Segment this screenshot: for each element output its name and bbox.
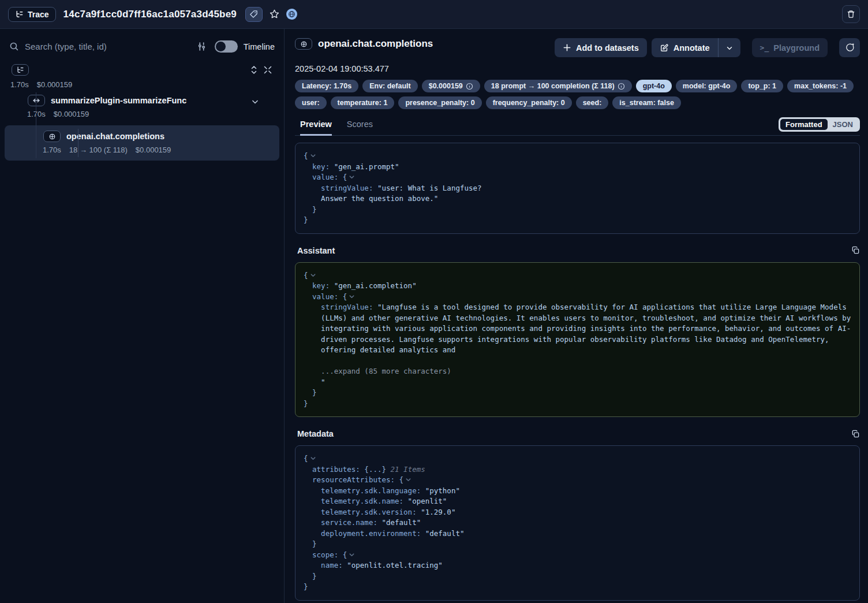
code-line: key: "gen_ai.completion" [304, 281, 851, 292]
metadata-badges-row-1: Latency: 1.70sEnv: default$0.00015918 pr… [295, 80, 860, 92]
format-toggle-formatted[interactable]: Formatted [780, 119, 828, 130]
add-to-datasets-button[interactable]: Add to datasets [555, 38, 647, 57]
playground-button[interactable]: >_ Playground [752, 38, 828, 57]
timeline-toggle[interactable] [215, 40, 238, 53]
meta-badge: seed: [576, 96, 609, 109]
duration-value: 1.70s [27, 110, 46, 118]
public-share-button[interactable] [286, 9, 297, 20]
code-line: ...expand (85 more characters) [304, 366, 851, 377]
badge-label: $0.000159 [429, 81, 463, 91]
metadata-section-label: Metadata [297, 429, 334, 438]
generation-type-icon [43, 131, 61, 142]
code-line: scope: { [304, 550, 851, 561]
badge-label: presence_penalty: 0 [405, 98, 474, 107]
code-token: "openlit" [403, 497, 447, 505]
info-icon[interactable] [466, 83, 473, 90]
trace-root-row[interactable] [8, 64, 276, 76]
code-line: } [304, 539, 851, 550]
code-token: 21 Items [386, 465, 425, 474]
code-token: "user: What is Langfuse? [373, 184, 481, 192]
code-token: Answer the question above." [304, 194, 438, 203]
code-token: } [304, 388, 317, 397]
code-token: scope: [304, 550, 338, 559]
metadata-badges-row-2: user:temperature: 1presence_penalty: 0fr… [295, 96, 860, 109]
code-token: telemetry.sdk.version: [304, 508, 417, 516]
annotate-button[interactable]: Annotate [652, 38, 718, 57]
collapse-chevron-icon[interactable] [349, 174, 355, 180]
code-token: } [304, 215, 308, 224]
code-line: attributes: {...} 21 Items [304, 464, 851, 475]
code-line [304, 356, 851, 367]
code-token: } [304, 205, 317, 214]
unfold-all-icon[interactable] [249, 65, 259, 75]
code-token: "python" [421, 486, 460, 495]
code-token: telemetry.sdk.name: [304, 497, 403, 505]
tree-item-label: summarizePlugin-summarizeFunc [51, 96, 186, 105]
tree-item-openai-generation-selected[interactable]: openai.chat.completions 1.70s 18 → 100 (… [5, 125, 279, 161]
span-type-icon [28, 95, 45, 106]
code-line: { [304, 270, 851, 281]
delete-trace-button[interactable] [842, 5, 860, 23]
favorite-star-button[interactable] [269, 9, 280, 20]
code-line: offering detailed analytics and [304, 345, 851, 356]
code-token: service.name: [304, 518, 377, 527]
code-line: value: { [304, 292, 851, 303]
chevron-down-icon[interactable] [250, 97, 260, 106]
pencil-square-icon [660, 43, 669, 53]
code-line: } [304, 204, 851, 215]
cost-value: $0.000159 [37, 80, 72, 89]
code-token: { [338, 292, 347, 301]
add-to-datasets-label: Add to datasets [576, 43, 639, 53]
collapse-chevron-icon[interactable] [349, 293, 355, 300]
copy-button[interactable] [851, 246, 860, 255]
code-line: { [304, 453, 851, 464]
badge-label: gpt-4o [643, 81, 665, 91]
trash-icon [847, 10, 855, 18]
expand-link[interactable]: ...expand (85 more characters) [304, 367, 451, 375]
tab-preview[interactable]: Preview [300, 120, 332, 136]
format-toggle-json[interactable]: JSON [828, 119, 858, 130]
collapse-all-icon[interactable] [263, 65, 272, 75]
duration-value: 1.70s [10, 80, 29, 89]
code-token: { [304, 151, 308, 160]
code-token: { [304, 271, 308, 280]
trace-root-metrics: 1.70s $0.000159 [8, 80, 276, 89]
comments-button[interactable] [839, 38, 860, 57]
tag-icon [249, 10, 258, 18]
search-icon [9, 42, 19, 51]
generation-type-icon [295, 38, 312, 50]
code-line: (LLMs) and other generative AI technolog… [304, 313, 851, 324]
code-line: name: "openlit.otel.tracing" [304, 560, 851, 571]
input-code-block: { key: "gen_ai.prompt" value: { stringVa… [295, 143, 860, 234]
code-token: "1.29.0" [417, 508, 456, 516]
tag-button[interactable] [245, 7, 263, 22]
tree-item-summarize-span[interactable]: summarizePlugin-summarizeFunc [8, 95, 276, 106]
collapse-chevron-icon[interactable] [310, 272, 316, 278]
code-token: stringValue: [304, 184, 373, 192]
annotate-dropdown-button[interactable] [719, 38, 740, 57]
code-token: "default" [377, 518, 421, 527]
code-line: telemetry.sdk.language: "python" [304, 486, 851, 497]
collapse-chevron-icon[interactable] [405, 477, 411, 483]
filter-sliders-icon[interactable] [197, 42, 207, 51]
badge-label: temperature: 1 [338, 98, 388, 107]
format-toggle: Formatted JSON [779, 117, 860, 132]
code-line: " [304, 377, 851, 388]
collapse-chevron-icon[interactable] [349, 552, 355, 558]
tab-scores[interactable]: Scores [347, 120, 373, 135]
badge-label: model: gpt-4o [683, 81, 731, 91]
copy-button[interactable] [851, 430, 860, 438]
collapse-chevron-icon[interactable] [310, 455, 316, 461]
observation-detail-panel: openai.chat.completions Add to datasets [285, 29, 868, 603]
chat-bubble-icon [845, 43, 855, 53]
meta-badge: temperature: 1 [331, 96, 395, 109]
badge-label: is_stream: false [619, 98, 674, 107]
code-token: " [304, 378, 326, 386]
annotate-label: Annotate [674, 43, 710, 53]
code-line: stringValue: "Langfuse is a tool designe… [304, 302, 851, 313]
search-input[interactable] [25, 42, 191, 51]
meta-badge: is_stream: false [612, 96, 681, 109]
meta-badge: presence_penalty: 0 [398, 96, 481, 109]
info-icon[interactable] [618, 83, 625, 90]
collapse-chevron-icon[interactable] [310, 152, 316, 159]
